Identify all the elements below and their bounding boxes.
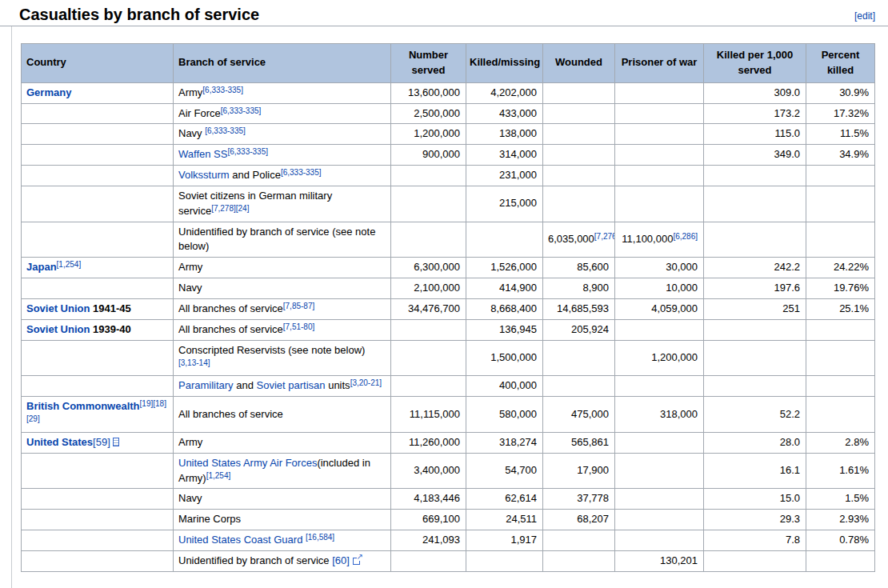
cell-killed-per-1000: 197.6 bbox=[704, 278, 806, 299]
cell-prisoner-of-war bbox=[615, 145, 704, 166]
wiki-link[interactable]: Japan bbox=[26, 261, 57, 273]
wiki-link[interactable]: Paramilitary bbox=[178, 379, 234, 391]
table-row: Japan[1,254]Army6,300,0001,526,00085,600… bbox=[22, 258, 875, 278]
reference-link[interactable]: [6,333-335] bbox=[227, 147, 268, 156]
cell-percent-killed: 25.1% bbox=[806, 298, 875, 319]
table-row: United States[59]Army11,260,000318,27456… bbox=[22, 432, 875, 453]
wiki-link[interactable]: Soviet Union bbox=[26, 323, 90, 335]
cell-killed-missing: 215,000 bbox=[466, 186, 543, 222]
cell-prisoner-of-war: 30,000 bbox=[615, 258, 704, 278]
reference-link[interactable]: [16,584] bbox=[306, 533, 334, 542]
cell-percent-killed bbox=[806, 166, 875, 186]
reference-sup: [18] bbox=[153, 399, 166, 408]
reference-link[interactable]: [6,333-335] bbox=[202, 86, 243, 94]
cell-killed-missing: 231,000 bbox=[466, 166, 543, 186]
cell-branch: Air Force[6,333-335] bbox=[174, 103, 391, 124]
cell-percent-killed: 0.78% bbox=[806, 530, 875, 551]
wiki-link[interactable]: United States Coast Guard bbox=[178, 534, 302, 546]
cell-country: Germany bbox=[22, 82, 174, 103]
cell-country bbox=[22, 166, 174, 186]
cell-killed-per-1000: 16.1 bbox=[704, 453, 806, 489]
wiki-link[interactable]: United States bbox=[26, 436, 93, 448]
cell-percent-killed bbox=[806, 319, 875, 340]
cell-killed-per-1000 bbox=[704, 319, 806, 340]
cell-wounded bbox=[543, 376, 615, 397]
cell-number-served: 6,300,000 bbox=[391, 258, 466, 278]
table-row: United States Coast Guard [16,584]241,09… bbox=[22, 530, 875, 551]
reference-link[interactable]: [7,278] bbox=[211, 204, 236, 213]
table-row: Conscripted Reservists (see note below) … bbox=[22, 340, 875, 376]
cell-branch: Marine Corps bbox=[174, 510, 391, 530]
column-header: Prisoner of war bbox=[615, 44, 704, 83]
cell-wounded bbox=[543, 124, 615, 145]
cell-branch: Unidentified by branch of service (see n… bbox=[174, 222, 391, 258]
cell-number-served: 2,500,000 bbox=[391, 103, 466, 124]
column-header: Wounded bbox=[543, 44, 615, 83]
cell-country bbox=[22, 489, 174, 510]
reference-link[interactable]: [6,286] bbox=[673, 232, 698, 241]
reference-sup: [7,278] bbox=[211, 204, 236, 213]
wiki-link[interactable]: British Commonwealth bbox=[26, 400, 140, 412]
wiki-link[interactable]: [60] bbox=[332, 554, 350, 566]
cell-country bbox=[22, 124, 174, 145]
reference-link[interactable]: [6,333-335] bbox=[205, 126, 246, 135]
column-header: Killed/missing bbox=[466, 44, 543, 83]
column-header: Percent killed bbox=[806, 44, 875, 83]
cell-number-served: 34,476,700 bbox=[391, 298, 466, 319]
cell-wounded bbox=[543, 340, 615, 376]
cell-wounded bbox=[543, 166, 615, 186]
cell-killed-missing: 54,700 bbox=[466, 453, 543, 489]
column-header: Killed per 1,000 served bbox=[704, 44, 806, 83]
wiki-link[interactable]: Volkssturm bbox=[178, 169, 230, 181]
wiki-link[interactable]: Germany bbox=[26, 86, 71, 98]
cell-branch: Navy bbox=[174, 278, 391, 299]
table-row: Marine Corps669,10024,51168,20729.32.93% bbox=[22, 510, 875, 530]
reference-link[interactable]: [18] bbox=[153, 399, 166, 408]
reference-link[interactable]: [7,85-87] bbox=[283, 302, 314, 310]
column-header: Country bbox=[22, 44, 174, 83]
cell-number-served bbox=[391, 550, 466, 571]
cell-prisoner-of-war bbox=[615, 103, 704, 124]
reference-link[interactable]: [29] bbox=[26, 414, 40, 423]
reference-link[interactable]: [24] bbox=[236, 204, 250, 213]
reference-link[interactable]: [19] bbox=[140, 399, 154, 408]
cell-country: Soviet Union 1941-45 bbox=[22, 298, 174, 319]
reference-link[interactable]: [6,333-335] bbox=[281, 168, 322, 177]
wiki-link[interactable]: Soviet Union bbox=[26, 302, 90, 314]
cell-number-served: 1,200,000 bbox=[391, 124, 466, 145]
reference-link[interactable]: [3,20-21] bbox=[350, 378, 382, 387]
reference-link[interactable]: [3,13-14] bbox=[178, 358, 210, 367]
reference-sup: [6,333-335] bbox=[205, 126, 246, 135]
reference-sup: [7,276] bbox=[594, 232, 615, 241]
cell-prisoner-of-war bbox=[615, 530, 704, 551]
reference-link[interactable]: [7,276] bbox=[594, 232, 615, 241]
cell-killed-missing: 580,000 bbox=[466, 397, 543, 433]
cell-wounded: 37,778 bbox=[543, 489, 615, 510]
table-row: Soviet Union 1941-45All branches of serv… bbox=[22, 298, 875, 319]
reference-link[interactable]: [6,333-335] bbox=[221, 106, 262, 115]
table-row: Navy [6,333-335]1,200,000138,000115.011.… bbox=[22, 124, 875, 145]
edit-link[interactable]: [edit] bbox=[854, 10, 875, 22]
cell-branch: Army[6,333-335] bbox=[174, 82, 391, 103]
reference-link[interactable]: [7,51-80] bbox=[283, 322, 314, 331]
cell-country bbox=[22, 453, 174, 489]
table-row: Volkssturm and Police[6,333-335]231,000 bbox=[22, 166, 875, 186]
cell-country bbox=[22, 340, 174, 376]
cell-branch: Navy bbox=[174, 489, 391, 510]
reference-link[interactable]: [1,254] bbox=[57, 260, 82, 269]
reference-link[interactable]: [1,254] bbox=[206, 471, 231, 480]
cell-prisoner-of-war: 10,000 bbox=[615, 278, 704, 299]
wiki-link[interactable]: [59] bbox=[93, 436, 110, 448]
cell-branch: Waffen SS[6,333-335] bbox=[174, 145, 391, 166]
table-row: Paramilitary and Soviet partisan units[3… bbox=[22, 376, 875, 397]
cell-prisoner-of-war bbox=[615, 319, 704, 340]
wiki-link[interactable]: United States Army Air Forces bbox=[178, 457, 317, 469]
cell-number-served: 3,400,000 bbox=[391, 453, 466, 489]
cell-branch: Volkssturm and Police[6,333-335] bbox=[174, 166, 391, 186]
reference-sup: [1,254] bbox=[57, 260, 82, 269]
wiki-link[interactable]: Waffen SS bbox=[178, 148, 227, 160]
reference-sup: [6,286] bbox=[673, 232, 698, 241]
reference-sup: [1,254] bbox=[206, 471, 231, 480]
wiki-link[interactable]: Soviet partisan bbox=[257, 379, 326, 391]
cell-prisoner-of-war: 130,201 bbox=[615, 550, 704, 571]
